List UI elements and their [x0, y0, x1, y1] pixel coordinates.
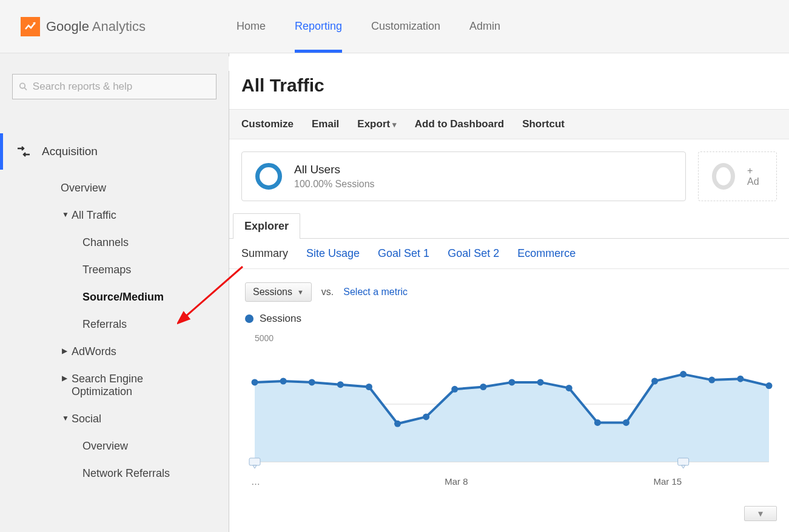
subtab-ecommerce[interactable]: Ecommerce: [517, 247, 576, 260]
chart-legend: Sessions: [229, 307, 789, 331]
svg-rect-25: [249, 458, 260, 465]
product-name: Google Analytics: [46, 19, 146, 35]
tab-explorer[interactable]: Explorer: [233, 213, 300, 239]
svg-point-12: [423, 413, 429, 420]
svg-point-6: [252, 379, 258, 385]
metric-selector-row: Sessions ▼ vs. Select a metric: [229, 269, 789, 307]
x-tick-start: …: [251, 476, 260, 487]
page-title: All Traffic: [229, 53, 789, 109]
segment-row: All Users 100.00% Sessions + Ad: [229, 139, 789, 213]
sidebar-tree: Overview ▼All Traffic Channels Treemaps …: [0, 170, 229, 487]
search-input[interactable]: [33, 81, 210, 93]
report-toolbar: Customize Email Export Add to Dashboard …: [229, 109, 789, 139]
svg-point-24: [766, 382, 773, 389]
subtab-goal-set-1[interactable]: Goal Set 1: [378, 247, 429, 260]
svg-point-18: [594, 419, 601, 426]
donut-grey-icon: [712, 163, 735, 190]
svg-point-20: [651, 378, 658, 385]
subtab-site-usage[interactable]: Site Usage: [306, 247, 360, 260]
top-nav: Google Analytics Home Reporting Customiz…: [0, 0, 789, 53]
customize-button[interactable]: Customize: [241, 118, 294, 130]
svg-point-1: [20, 83, 25, 88]
sidebar-item-social-overview[interactable]: Overview: [0, 433, 229, 460]
svg-point-10: [366, 384, 372, 390]
chevron-down-icon: ▼: [297, 288, 304, 296]
sidebar-item-source-medium[interactable]: Source/Medium: [0, 284, 229, 311]
sidebar-item-social[interactable]: ▼Social: [0, 405, 229, 433]
add-to-dashboard-button[interactable]: Add to Dashboard: [415, 118, 504, 130]
sidebar-item-treemaps[interactable]: Treemaps: [0, 256, 229, 284]
sidebar: ◂ Acquisition Overview ▼All Traffic Chan…: [0, 53, 229, 532]
segment-title: All Users: [294, 163, 375, 176]
svg-point-15: [509, 379, 515, 385]
svg-point-11: [394, 421, 401, 427]
segment-add[interactable]: + Ad: [698, 151, 777, 201]
svg-point-14: [480, 384, 486, 390]
sidebar-item-referrals[interactable]: Referrals: [0, 311, 229, 338]
segment-all-users[interactable]: All Users 100.00% Sessions: [241, 151, 686, 201]
sidebar-item-network-referrals[interactable]: Network Referrals: [0, 460, 229, 487]
caret-right-icon: ▶: [62, 374, 67, 382]
sidebar-item-all-traffic[interactable]: ▼All Traffic: [0, 202, 229, 229]
sidebar-item-adwords[interactable]: ▶AdWords: [0, 338, 229, 365]
sidebar-item-overview[interactable]: Overview: [0, 175, 229, 202]
svg-point-23: [737, 376, 744, 382]
metric-dropdown[interactable]: Sessions ▼: [245, 282, 312, 302]
ga-logo-icon: [21, 17, 40, 36]
export-dropdown[interactable]: Export: [357, 118, 396, 130]
svg-point-19: [623, 419, 630, 426]
caret-right-icon: ▶: [62, 347, 67, 355]
sidebar-section-label: Acquisition: [42, 145, 98, 158]
nav-reporting[interactable]: Reporting: [295, 0, 342, 53]
svg-point-7: [280, 378, 287, 385]
x-axis-labels: … Mar 8 Mar 15: [245, 476, 773, 488]
sidebar-item-seo[interactable]: ▶Search Engine Optimization: [0, 365, 229, 405]
segment-subtitle: 100.00% Sessions: [294, 179, 375, 190]
product-logo: Google Analytics: [21, 17, 146, 36]
svg-point-8: [309, 379, 315, 385]
vs-label: vs.: [321, 287, 334, 298]
primary-nav: Home Reporting Customization Admin: [237, 0, 500, 53]
brand-thin: Analytics: [89, 19, 146, 34]
svg-rect-26: [678, 458, 689, 465]
svg-point-9: [337, 381, 344, 388]
svg-point-16: [537, 379, 544, 385]
shortcut-button[interactable]: Shortcut: [522, 118, 565, 130]
svg-line-2: [24, 88, 27, 90]
legend-label: Sessions: [260, 313, 301, 325]
caret-down-icon: ▼: [62, 210, 69, 219]
y-tick-5000: 5000: [255, 333, 773, 343]
search-box[interactable]: [12, 74, 217, 99]
sessions-line-chart[interactable]: 2,500: [245, 343, 773, 470]
x-tick-mar15: Mar 15: [653, 476, 682, 487]
nav-admin[interactable]: Admin: [469, 0, 500, 53]
report-main: All Traffic Customize Email Export Add t…: [229, 53, 789, 532]
acquisition-icon: [16, 144, 31, 159]
select-metric-link[interactable]: Select a metric: [343, 287, 408, 298]
svg-point-13: [451, 386, 458, 393]
svg-point-17: [566, 385, 572, 391]
subtab-goal-set-2[interactable]: Goal Set 2: [448, 247, 499, 260]
svg-point-22: [708, 377, 715, 384]
segment-add-label: + Ad: [747, 165, 763, 187]
subtab-summary[interactable]: Summary: [241, 247, 288, 260]
report-tabs: Explorer: [229, 213, 789, 239]
email-button[interactable]: Email: [312, 118, 339, 130]
search-icon: [19, 82, 28, 91]
nav-customization[interactable]: Customization: [371, 0, 440, 53]
caret-down-icon: ▼: [62, 414, 69, 422]
chart-area: 5000 2,500 … Mar 8 Mar 15: [229, 333, 789, 494]
explorer-subtabs: Summary Site Usage Goal Set 1 Goal Set 2…: [229, 239, 789, 269]
brand-bold: Google: [46, 19, 89, 34]
sidebar-item-channels[interactable]: Channels: [0, 229, 229, 256]
svg-point-21: [680, 371, 687, 377]
x-tick-mar8: Mar 8: [445, 476, 468, 487]
sidebar-section-acquisition[interactable]: Acquisition: [0, 133, 229, 170]
legend-dot-icon: [245, 314, 253, 323]
chart-options-button[interactable]: ▾: [744, 506, 777, 521]
nav-home[interactable]: Home: [237, 0, 266, 53]
donut-icon: [255, 163, 282, 190]
